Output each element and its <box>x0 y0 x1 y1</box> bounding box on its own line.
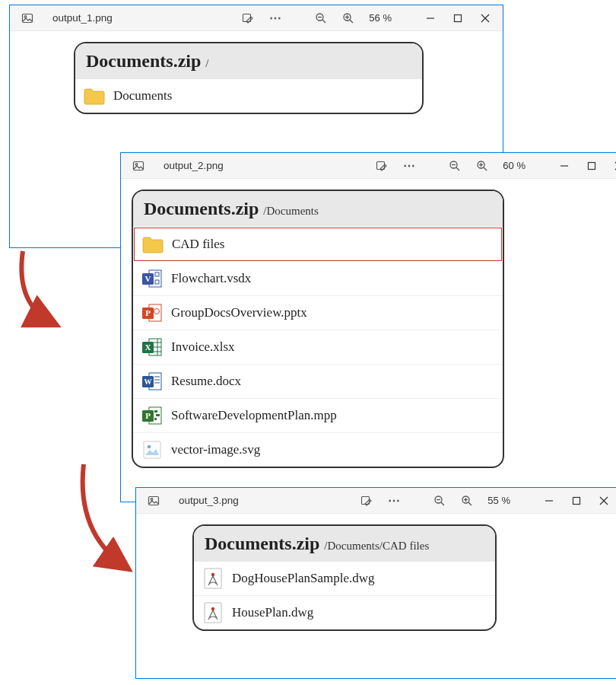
svg-line-21 <box>484 167 487 170</box>
archive-path: /Documents/CAD files <box>324 540 429 553</box>
svg-text:P: P <box>145 411 151 420</box>
viewer-window-3: output_3.png ⋯ 55 % Documents.zip /Docum… <box>135 487 616 679</box>
edit-image-icon[interactable] <box>237 8 259 29</box>
svg-line-18 <box>456 167 459 170</box>
archive-header: Documents.zip /Documents <box>133 191 503 227</box>
file-name: Documents <box>113 88 172 104</box>
file-row[interactable]: PSoftwareDevelopmentPlan.mpp <box>133 399 503 433</box>
edit-image-icon[interactable] <box>370 155 393 177</box>
folder-icon <box>141 233 164 256</box>
edit-image-icon[interactable] <box>355 490 378 511</box>
zoom-out-icon[interactable] <box>443 155 466 177</box>
file-name: DogHousePlanSample.dwg <box>232 571 374 586</box>
svg-rect-69 <box>573 497 580 504</box>
viewer-window-2: output_2.png ⋯ 60 % Documents.zip /Docum… <box>120 152 616 502</box>
file-name: GroupDocsOverview.pptx <box>171 305 307 320</box>
svg-icon <box>141 438 164 461</box>
svg-rect-11 <box>455 14 462 21</box>
dwg-icon <box>202 567 224 590</box>
file-row[interactable]: XInvoice.xlsx <box>133 330 503 365</box>
maximize-button[interactable] <box>565 490 588 511</box>
zoom-in-icon[interactable] <box>471 155 494 177</box>
xlsx-icon: X <box>141 336 164 358</box>
file-row[interactable]: vector-image.svg <box>133 433 503 467</box>
archive-name: Documents.zip <box>205 534 319 554</box>
minimize-button[interactable] <box>419 8 442 29</box>
arrow-connector-1 <box>0 244 129 335</box>
archive-panel: Documents.zip / Documents <box>74 42 424 114</box>
file-name: Resume.docx <box>171 374 241 389</box>
svg-line-4 <box>322 20 325 23</box>
zoom-out-icon[interactable] <box>310 8 332 29</box>
more-icon[interactable]: ⋯ <box>383 490 405 511</box>
svg-line-65 <box>468 502 472 505</box>
svg-point-73 <box>211 573 214 576</box>
photo-icon <box>142 490 165 511</box>
maximize-button[interactable] <box>446 8 469 29</box>
svg-line-7 <box>350 20 353 23</box>
svg-line-62 <box>441 502 444 505</box>
docx-icon: W <box>141 370 164 393</box>
svg-point-75 <box>211 607 214 610</box>
svg-rect-53 <box>154 410 157 413</box>
file-row[interactable]: WResume.docx <box>133 365 503 399</box>
svg-text:X: X <box>145 342 151 352</box>
archive-path: / <box>205 57 208 70</box>
file-name: Flowchart.vsdx <box>171 271 251 286</box>
svg-point-1 <box>24 15 27 18</box>
photo-icon <box>127 155 150 177</box>
archive-path: /Documents <box>263 205 319 218</box>
archive-header: Documents.zip /Documents/CAD files <box>194 526 495 562</box>
close-button[interactable] <box>474 8 497 29</box>
svg-text:V: V <box>145 274 151 283</box>
svg-rect-25 <box>589 162 595 169</box>
file-name: SoftwareDevelopmentPlan.mpp <box>171 408 337 423</box>
svg-rect-0 <box>23 14 33 22</box>
zoom-out-icon[interactable] <box>428 490 451 511</box>
file-row[interactable]: VFlowchart.vsdx <box>133 262 503 296</box>
svg-rect-74 <box>205 603 221 623</box>
svg-rect-55 <box>154 418 157 420</box>
mpp-icon: P <box>141 404 164 427</box>
window-filename: output_1.png <box>43 12 122 24</box>
zoom-in-icon[interactable] <box>456 490 478 511</box>
file-name: Invoice.xlsx <box>171 339 235 355</box>
folder-icon <box>83 84 106 107</box>
archive-header: Documents.zip / <box>75 43 422 79</box>
more-icon[interactable]: ⋯ <box>264 8 287 29</box>
archive-name: Documents.zip <box>144 199 259 219</box>
folder-row[interactable]: Documents <box>75 79 422 113</box>
file-name: CAD files <box>172 237 224 252</box>
more-icon[interactable]: ⋯ <box>398 155 421 177</box>
zoom-level: 60 % <box>498 160 530 171</box>
svg-text:P: P <box>145 308 151 317</box>
photo-icon <box>16 8 39 29</box>
window-filename: output_3.png <box>170 495 248 506</box>
file-name: HousePlan.dwg <box>232 605 313 620</box>
svg-point-15 <box>135 163 138 165</box>
titlebar: output_2.png ⋯ 60 % <box>121 153 616 179</box>
svg-point-57 <box>148 445 151 448</box>
archive-name: Documents.zip <box>86 51 201 72</box>
svg-text:W: W <box>144 378 152 386</box>
close-button[interactable] <box>592 490 615 511</box>
pptx-icon: P <box>141 301 164 324</box>
minimize-button[interactable] <box>553 155 576 177</box>
titlebar: output_3.png ⋯ 55 % <box>136 488 616 514</box>
archive-panel: Documents.zip /Documents CAD filesVFlowc… <box>132 190 504 468</box>
file-row[interactable]: PGroupDocsOverview.pptx <box>133 296 503 330</box>
maximize-button[interactable] <box>580 155 603 177</box>
dwg-icon <box>202 601 224 624</box>
svg-rect-14 <box>134 161 144 170</box>
titlebar: output_1.png ⋯ 56 % <box>10 5 503 31</box>
minimize-button[interactable] <box>538 490 560 511</box>
close-button[interactable] <box>608 155 616 177</box>
file-row[interactable]: DogHousePlanSample.dwg <box>194 562 495 596</box>
folder-row[interactable]: CAD files <box>134 228 502 261</box>
svg-rect-72 <box>205 569 221 588</box>
zoom-level: 56 % <box>364 12 396 24</box>
file-row[interactable]: HousePlan.dwg <box>194 596 495 629</box>
zoom-level: 55 % <box>483 495 515 506</box>
svg-rect-54 <box>156 414 160 416</box>
zoom-in-icon[interactable] <box>337 8 360 29</box>
